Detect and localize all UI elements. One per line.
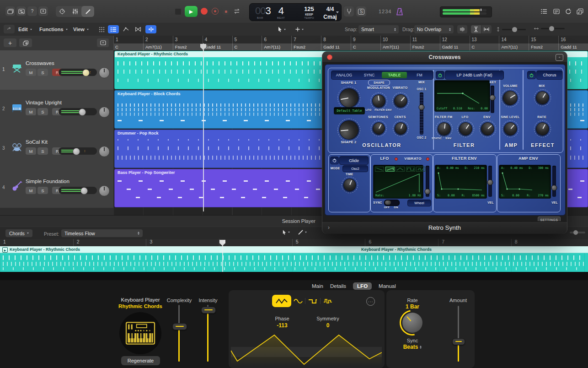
mute-button[interactable]: M xyxy=(26,187,36,194)
solo-button[interactable]: S xyxy=(37,187,48,194)
secondary-tool-menu[interactable] xyxy=(295,25,304,33)
quick-help-button[interactable]: ? xyxy=(27,6,37,16)
tab-main[interactable]: Main xyxy=(312,283,323,289)
lfo-wave-triangle-button[interactable] xyxy=(272,295,291,307)
vibrato-tab-label[interactable]: VIBRATO xyxy=(401,157,425,161)
lfo-shape-square-icon[interactable] xyxy=(406,167,415,172)
tab-fm[interactable]: FM xyxy=(407,73,432,77)
horizontal-auto-zoom-button[interactable] xyxy=(481,25,492,33)
phase-value[interactable]: -113 xyxy=(268,322,296,329)
track-header-options-button[interactable] xyxy=(97,38,109,47)
session-pointer-tool[interactable] xyxy=(283,230,290,235)
filter-env-vel-slider[interactable] xyxy=(488,166,492,197)
pointer-tool-menu[interactable] xyxy=(278,25,286,33)
solo-button[interactable]: S xyxy=(37,69,48,76)
lower-playhead[interactable] xyxy=(222,245,223,272)
track-header-socal-kit[interactable]: 3 SoCal Kit M S R I : xyxy=(0,129,113,169)
lfo-more-button[interactable]: ··· xyxy=(366,297,375,306)
tab-sync[interactable]: SYNC xyxy=(357,73,382,77)
player-artwork[interactable] xyxy=(119,312,161,354)
rate-value[interactable]: 1 Bar xyxy=(399,303,426,310)
shape1-knob[interactable] xyxy=(338,87,360,109)
editor-region-lane[interactable]: ▶ Keyboard Player - Rhythmic Chords Keyb… xyxy=(0,246,588,273)
filter-fm-knob[interactable] xyxy=(437,121,452,136)
plugin-window[interactable]: Crosswaves + ANALOG SYNC TABLE FM SHAPE … xyxy=(322,52,567,233)
event-list-button[interactable] xyxy=(540,7,549,16)
lfo-wave-square-button[interactable] xyxy=(307,297,319,305)
editor-bar-ruler[interactable]: 1 2 3 4 5 6 7 8 xyxy=(0,239,588,246)
osc-mix-slider[interactable] xyxy=(420,92,423,135)
pan-knob[interactable] xyxy=(99,185,110,196)
complexity-handle[interactable] xyxy=(172,323,187,330)
waveform-zoom-button[interactable] xyxy=(457,25,467,33)
tuner-button[interactable] xyxy=(56,6,69,17)
lfo-shape-ramp-up-icon[interactable] xyxy=(385,167,395,172)
player-style[interactable]: Rhythmic Chords xyxy=(113,303,168,309)
mixer-button[interactable] xyxy=(69,6,81,17)
glide-power-button[interactable] xyxy=(330,157,339,164)
snap-select[interactable]: Smart xyxy=(358,25,399,33)
vertical-auto-zoom-button[interactable] xyxy=(471,25,481,33)
automation-button[interactable] xyxy=(121,25,132,33)
pencil-tool-button[interactable] xyxy=(81,6,94,17)
menu-view[interactable]: View xyxy=(73,25,89,33)
track-view-button[interactable] xyxy=(108,25,119,33)
master-level-meter[interactable] xyxy=(440,6,492,17)
lfo-sync-switch[interactable] xyxy=(384,200,400,206)
solo-button[interactable]: S xyxy=(37,147,48,155)
shape2-knob[interactable] xyxy=(338,119,359,141)
filter-display[interactable]: Cutoff 0.510 Res: 0.00 xyxy=(434,80,490,112)
sync-value[interactable]: Beats xyxy=(403,344,418,350)
media-browser-button[interactable] xyxy=(5,6,15,16)
count-in-button[interactable]: 1234 xyxy=(379,9,391,14)
lcd-chevron-icon[interactable] xyxy=(336,11,339,13)
amp-env-display[interactable]: A:0.40 ms D:300 ms S:0.00 R:270 ms xyxy=(499,165,551,199)
amp-env-vel-slider[interactable] xyxy=(552,166,556,197)
track-name[interactable]: Vintage Upright xyxy=(26,100,62,105)
volume-slider[interactable] xyxy=(59,108,97,115)
effect-power-button[interactable] xyxy=(527,71,536,79)
glide-mode-select[interactable]: Osc2 xyxy=(342,165,368,172)
tab-details[interactable]: Details xyxy=(330,283,346,289)
track-name[interactable]: Crosswaves xyxy=(26,60,54,66)
note-pads-button[interactable] xyxy=(552,7,561,16)
mute-button[interactable]: M xyxy=(26,108,36,115)
filter-power-button[interactable] xyxy=(436,71,444,79)
filter-type-select[interactable]: LP 24dB Lush (Fat) xyxy=(445,70,504,80)
tab-manual[interactable]: Manual xyxy=(379,283,396,289)
nudge-back-button[interactable] xyxy=(4,25,15,33)
effect-type-select[interactable]: Chorus xyxy=(536,70,563,80)
tuner-toggle-button[interactable] xyxy=(344,6,354,16)
pan-knob[interactable] xyxy=(99,146,110,157)
grid-view-button[interactable] xyxy=(96,25,107,33)
mute-button[interactable]: M xyxy=(26,147,36,155)
bar-ruler[interactable]: 1 2 3 4 5 6 7 8 9 10 11 12 13 14 15 16 xyxy=(113,36,588,43)
plugin-titlebar[interactable]: Crosswaves + xyxy=(322,52,567,63)
add-track-button[interactable]: + xyxy=(4,38,16,47)
track-name[interactable]: SoCal Kit xyxy=(26,139,48,145)
volume-slider[interactable] xyxy=(59,187,97,194)
menu-functions[interactable]: Functions xyxy=(39,25,68,33)
loop-browser-button[interactable] xyxy=(564,7,573,16)
volume-slider[interactable]: : xyxy=(59,69,97,76)
tab-table[interactable]: TABLE xyxy=(382,72,407,78)
inspector-button[interactable] xyxy=(38,6,48,16)
track-header-simple-foundation[interactable]: 4 Simple Foundation M S R I xyxy=(0,168,113,208)
shape-mod-knob[interactable] xyxy=(371,93,386,108)
close-button[interactable] xyxy=(327,54,332,60)
capture-record-button[interactable] xyxy=(212,8,219,15)
pan-knob[interactable] xyxy=(99,107,110,118)
lfo-wave-random-button[interactable] xyxy=(322,297,334,305)
lfo-shape-saw-down-icon[interactable] xyxy=(375,167,384,172)
playhead[interactable] xyxy=(203,43,204,211)
lfo-wheel-select[interactable]: Wheel xyxy=(407,200,431,206)
preset-select[interactable]: Timeless Flow xyxy=(61,229,143,237)
lfo-display[interactable]: Rate: 1.80 Hz xyxy=(373,165,423,199)
lfo-shape-random-icon[interactable] xyxy=(416,167,425,172)
pan-knob[interactable] xyxy=(99,67,110,78)
flex-marquee-button[interactable] xyxy=(133,25,144,33)
tab-lfo[interactable]: LFO xyxy=(353,282,372,290)
library-button[interactable] xyxy=(16,6,26,16)
solo-button[interactable]: S xyxy=(37,108,48,115)
cycle-button[interactable] xyxy=(232,7,241,15)
